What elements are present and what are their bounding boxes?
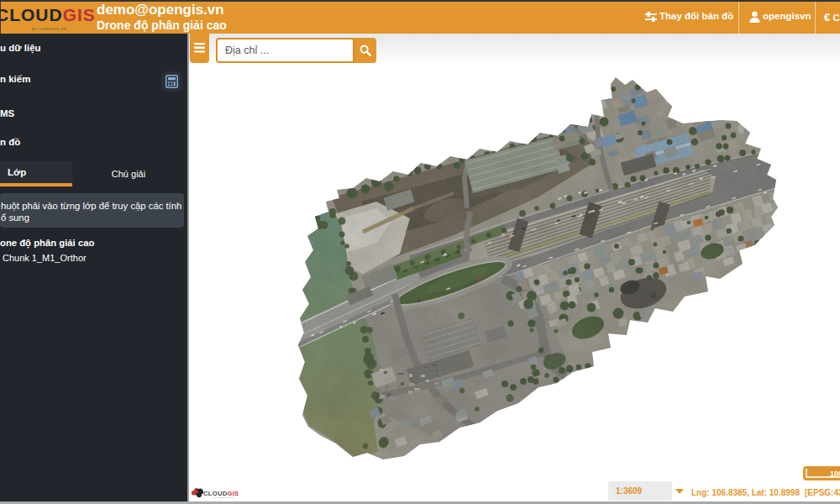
- svg-text:BY OPENGIS.VN: BY OPENGIS.VN: [213, 496, 234, 499]
